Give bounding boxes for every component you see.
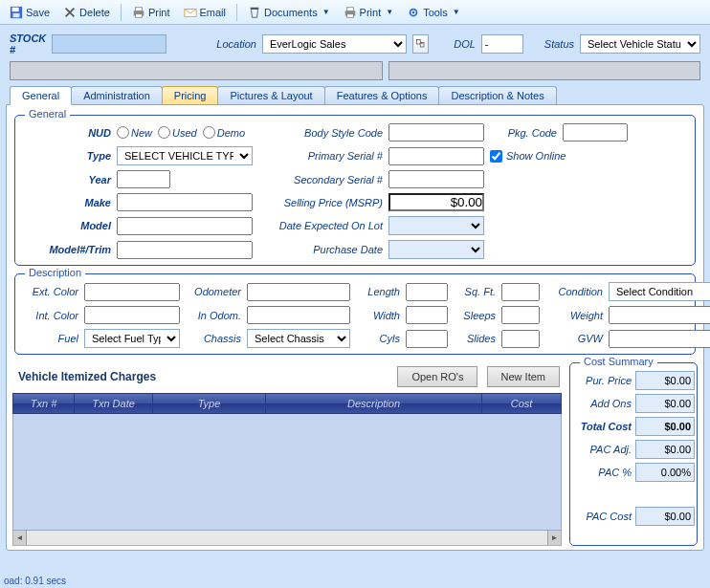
model-input[interactable] [117, 217, 253, 235]
pac-pct-label: PAC % [578, 467, 632, 478]
scroll-left-icon[interactable]: ◄ [13, 531, 27, 545]
type-select[interactable]: SELECT VEHICLE TYPE [117, 146, 253, 165]
show-online-checkbox[interactable] [490, 150, 502, 163]
cyls-input[interactable] [406, 330, 448, 348]
col-txn-date[interactable]: Txn Date [75, 394, 153, 413]
int-color-input[interactable] [84, 306, 180, 324]
gear-icon [407, 6, 420, 19]
condition-select[interactable]: Select Condition [609, 282, 710, 301]
printer-icon [132, 6, 145, 19]
location-select[interactable]: EverLogic Sales [262, 34, 407, 54]
width-input[interactable] [406, 306, 448, 324]
date-expected-select[interactable] [388, 216, 484, 235]
msrp-input[interactable] [388, 193, 484, 211]
year-input[interactable] [117, 170, 170, 188]
tab-administration[interactable]: Administration [71, 86, 163, 105]
general-panel: General NUD New Used Demo Body Style Cod… [6, 104, 704, 551]
status-select[interactable]: Select Vehicle Status [580, 34, 700, 54]
weight-label: Weight [545, 310, 603, 321]
info-bar-1 [10, 61, 383, 80]
delete-button[interactable]: Delete [57, 4, 116, 21]
ext-color-input[interactable] [84, 283, 180, 301]
documents-button[interactable]: Documents ▼ [242, 4, 336, 21]
purchase-date-label: Purchase Date [258, 244, 383, 255]
length-label: Length [356, 286, 400, 297]
tools-button[interactable]: Tools ▼ [401, 4, 466, 21]
charges-scrollbar[interactable]: ◄ ► [12, 531, 562, 546]
pac-adj-value[interactable] [635, 440, 695, 459]
add-ons-value[interactable] [635, 394, 695, 413]
chevron-down-icon: ▼ [322, 8, 330, 16]
pkg-code-input[interactable] [563, 123, 628, 142]
tab-features[interactable]: Features & Options [324, 86, 440, 105]
gvw-label: GVW [545, 333, 603, 344]
sqft-input[interactable] [501, 283, 540, 301]
pur-price-value[interactable] [635, 371, 695, 390]
toolbar: Save Delete Print Email Documents ▼ Prin… [0, 0, 710, 25]
total-cost-label: Total Cost [578, 421, 632, 432]
general-fieldset: General NUD New Used Demo Body Style Cod… [14, 115, 696, 266]
secondary-serial-input[interactable] [388, 170, 484, 188]
scroll-right-icon[interactable]: ► [547, 531, 561, 545]
width-label: Width [356, 310, 400, 321]
add-ons-label: Add Ons [578, 398, 632, 409]
odometer-input[interactable] [247, 283, 350, 301]
lookup-button[interactable] [412, 34, 429, 54]
cyls-label: Cyls [356, 333, 400, 344]
trim-label: Model#/Trim [23, 244, 111, 255]
col-type[interactable]: Type [153, 394, 266, 413]
pac-adj-label: PAC Adj. [578, 444, 632, 455]
save-button[interactable]: Save [4, 4, 55, 21]
cost-summary-legend: Cost Summary [580, 356, 657, 367]
nud-demo-radio[interactable]: Demo [203, 126, 245, 139]
length-input[interactable] [406, 283, 448, 301]
tab-pricing[interactable]: Pricing [162, 86, 219, 105]
description-fieldset: Description Ext. Color Odometer Length S… [14, 273, 696, 355]
sleeps-input[interactable] [501, 306, 540, 324]
col-cost[interactable]: Cost [482, 394, 561, 413]
fuel-select[interactable]: Select Fuel Type [84, 329, 180, 348]
email-button[interactable]: Email [178, 4, 233, 21]
gvw-input[interactable] [609, 330, 710, 348]
tab-description-notes[interactable]: Description & Notes [438, 86, 556, 105]
charges-grid-header: Txn # Txn Date Type Description Cost [12, 393, 562, 414]
type-label: Type [23, 150, 111, 162]
dol-input[interactable] [481, 34, 523, 54]
info-bar-2 [388, 61, 700, 80]
stock-input[interactable] [52, 34, 166, 54]
stock-label: STOCK # [10, 33, 46, 55]
print-button-2[interactable]: Print ▼ [338, 4, 400, 21]
in-odom-input[interactable] [247, 306, 350, 324]
primary-serial-input[interactable] [388, 147, 484, 165]
tab-general[interactable]: General [10, 86, 72, 105]
info-bars [0, 59, 710, 86]
chassis-select[interactable]: Select Chassis [247, 329, 350, 348]
toolbar-separator [121, 4, 122, 21]
new-item-button[interactable]: New Item [487, 366, 560, 387]
slides-input[interactable] [501, 330, 540, 348]
nud-used-radio[interactable]: Used [158, 126, 197, 139]
purchase-date-select[interactable] [388, 240, 484, 259]
weight-input[interactable] [609, 306, 710, 324]
body-style-input[interactable] [388, 123, 484, 142]
dol-label: DOL [454, 38, 476, 50]
pac-pct-value[interactable] [635, 463, 695, 482]
location-label: Location [216, 38, 256, 50]
make-input[interactable] [117, 193, 253, 211]
col-description[interactable]: Description [266, 394, 482, 413]
trim-input[interactable] [117, 241, 253, 259]
primary-serial-label: Primary Serial # [258, 150, 383, 162]
charges-grid-body[interactable] [12, 414, 562, 531]
open-ros-button[interactable]: Open RO's [397, 366, 477, 387]
col-txn-no[interactable]: Txn # [13, 394, 75, 413]
cost-summary-fieldset: Cost Summary Pur. Price Add Ons Total Co… [569, 362, 698, 546]
nud-new-radio[interactable]: New [117, 126, 152, 139]
print-label-2: Print [360, 7, 382, 18]
svg-rect-1 [12, 7, 19, 11]
tab-pictures[interactable]: Pictures & Layout [217, 86, 324, 105]
ext-color-label: Ext. Color [23, 286, 78, 297]
body-style-label: Body Style Code [258, 127, 383, 139]
slides-label: Slides [454, 333, 496, 344]
print-button-1[interactable]: Print [126, 4, 176, 21]
chevron-down-icon: ▼ [386, 8, 393, 16]
